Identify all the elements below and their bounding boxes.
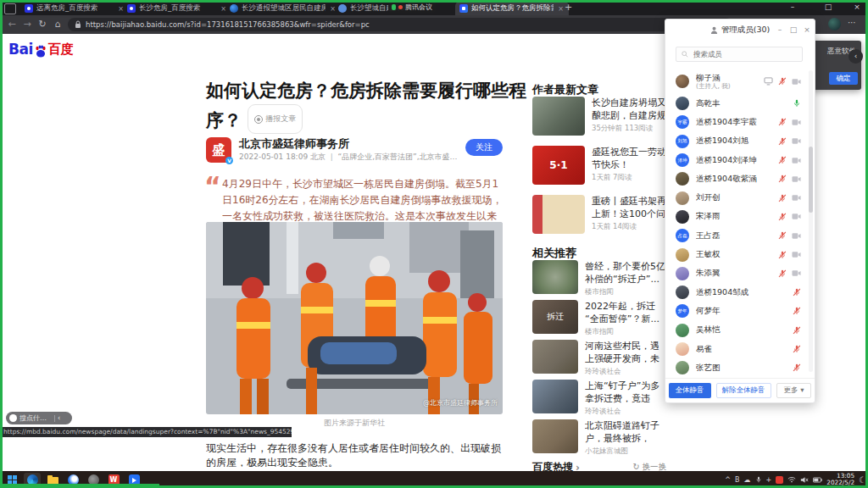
panel-maximize-icon[interactable]: □: [787, 19, 799, 40]
latest-article-item[interactable]: 长沙自建房坍塌又酿悲剧，自建房规范...35分钟前 113阅读: [532, 97, 666, 136]
member-row[interactable]: 道桥1904邹成: [665, 283, 808, 302]
tray-mic-icon[interactable]: [755, 475, 762, 484]
mic-muted-icon[interactable]: [778, 231, 787, 240]
taskbar-wps-button[interactable]: W: [105, 473, 122, 486]
sidebar-collapse-button[interactable]: ‹: [849, 49, 863, 64]
member-row[interactable]: 占磊 王占磊: [665, 226, 808, 245]
related-item[interactable]: 北京阻碍道路钉子户，最终被拆，网...小花妹富城图: [532, 419, 666, 457]
address-bar[interactable]: https://baijiahao.baidu.com/s?id=1731618…: [68, 18, 732, 31]
member-row[interactable]: 张艺图: [665, 358, 808, 377]
unmute-all-button[interactable]: 解除全体静音: [716, 383, 771, 398]
taskbar-clock[interactable]: 13:05 2022/5/2: [826, 473, 854, 486]
camera-off-icon[interactable]: [792, 232, 801, 240]
camera-off-icon[interactable]: [792, 78, 801, 86]
taskbar-meeting-button[interactable]: [125, 473, 142, 486]
camera-off-icon[interactable]: [792, 269, 801, 277]
member-row[interactable]: 柳子涵 (主持人, 我): [665, 69, 808, 94]
mic-muted-icon[interactable]: [778, 77, 787, 86]
related-item[interactable]: 河南这些村民，遇上强硬开发商，未取...玲玲谈社会: [532, 340, 666, 377]
panel-minimize-icon[interactable]: –: [774, 19, 786, 40]
new-tab-button[interactable]: +: [565, 2, 572, 13]
member-search-input[interactable]: [692, 49, 788, 59]
related-item[interactable]: 上海“钉子户”为多拿拆迁费，竟违规...玲玲谈社会: [532, 380, 666, 417]
taskbar-explorer-button[interactable]: [44, 473, 61, 486]
camera-off-icon[interactable]: [792, 251, 801, 258]
author-logo[interactable]: 盛 V: [206, 137, 231, 163]
back-icon[interactable]: ←: [5, 19, 19, 30]
related-item[interactable]: 曾经，那个要价5亿补偿的“拆迁户”...楼市指闻: [532, 260, 666, 297]
mic-muted-icon[interactable]: [778, 175, 787, 183]
wps-tray-icon[interactable]: [776, 476, 783, 484]
related-item[interactable]: 拆迁 2022年起，拆迁“全面暂停”？新...楼市指闻: [532, 300, 666, 337]
tray-b-icon[interactable]: B: [735, 476, 740, 484]
wifi-icon[interactable]: [787, 476, 796, 483]
mic-muted-icon[interactable]: [793, 345, 801, 353]
member-row[interactable]: 宇霰 道桥1904李宇霰: [665, 113, 808, 131]
confirm-button[interactable]: 确定: [829, 72, 858, 85]
panel-scrollbar[interactable]: [809, 70, 813, 372]
float-search-pill[interactable]: 搜点什么... ‹: [6, 412, 72, 424]
mic-muted-icon[interactable]: [778, 156, 787, 164]
tray-chevron-icon[interactable]: ^: [725, 476, 731, 484]
member-row[interactable]: 高乾丰: [665, 94, 808, 113]
latest-article-item[interactable]: 重磅丨盛廷书架再上新！这100个问题...1天前 14阅读: [532, 195, 666, 234]
window-close-button[interactable]: ×: [846, 0, 868, 14]
browser-menu-icon[interactable]: ⋯: [848, 18, 856, 27]
member-row[interactable]: 吴林恺: [665, 321, 808, 340]
mic-muted-icon[interactable]: [793, 307, 801, 315]
panel-scrollbar-thumb[interactable]: [809, 147, 813, 213]
member-row[interactable]: 刘开创: [665, 188, 808, 207]
author-name[interactable]: 北京市盛廷律师事务所: [239, 136, 349, 152]
panel-close-icon[interactable]: ×: [801, 19, 813, 40]
move-icon[interactable]: +: [766, 476, 772, 484]
more-button[interactable]: 更多 ▾: [776, 383, 812, 398]
mic-muted-icon[interactable]: [778, 269, 787, 278]
member-row[interactable]: 王敏权: [665, 245, 808, 263]
battery-icon[interactable]: [813, 477, 822, 483]
window-restore-button[interactable]: □: [817, 0, 839, 14]
follow-button[interactable]: 关注: [465, 139, 503, 156]
window-minimize-button[interactable]: –: [782, 0, 804, 14]
tab-5-active[interactable]: 如何认定危房？危房拆除需要履行... ×: [455, 2, 569, 15]
member-row[interactable]: 刘旭 道桥1904刘旭: [665, 132, 808, 151]
mic-on-icon[interactable]: [793, 99, 801, 108]
taskbar-edge-button[interactable]: [24, 473, 41, 486]
member-row[interactable]: 朱添翼: [665, 264, 808, 283]
mute-all-button[interactable]: 全体静音: [669, 383, 711, 398]
mic-muted-icon[interactable]: [793, 288, 801, 297]
camera-off-icon[interactable]: [792, 175, 801, 183]
tab-close-icon[interactable]: ×: [557, 5, 565, 13]
forward-icon[interactable]: →: [20, 19, 34, 30]
focus-assist-icon[interactable]: ☾: [859, 475, 866, 485]
mic-muted-icon[interactable]: [778, 213, 787, 221]
mic-muted-icon[interactable]: [793, 363, 801, 372]
tab-list-icon[interactable]: [4, 3, 16, 14]
mic-muted-icon[interactable]: [778, 194, 787, 202]
profile-avatar[interactable]: [828, 18, 841, 30]
member-row[interactable]: 易雀: [665, 340, 808, 358]
mic-muted-icon[interactable]: [778, 251, 787, 259]
home-icon[interactable]: ⌂: [51, 19, 64, 30]
collapse-icon[interactable]: ‹: [58, 414, 60, 422]
member-row[interactable]: 梦年 何梦年: [665, 302, 808, 320]
tab-3[interactable]: 长沙通报望城区居民自建房倒塌... ×: [225, 2, 341, 15]
mic-muted-icon[interactable]: [793, 326, 801, 335]
speaker-muted-icon[interactable]: [800, 476, 809, 484]
tab-2[interactable]: 长沙危房_百度搜索 ×: [123, 2, 231, 15]
start-button[interactable]: [3, 473, 20, 486]
camera-off-icon[interactable]: [792, 137, 801, 145]
camera-off-icon[interactable]: [792, 157, 801, 164]
latest-article-item[interactable]: 5·1 盛廷祝您五一劳动节快乐！1天前 7阅读: [532, 146, 666, 185]
taskbar-browser2-button[interactable]: [64, 473, 81, 486]
screen-share-icon[interactable]: [764, 77, 773, 86]
taskbar-app-button[interactable]: [85, 473, 102, 486]
cloud-icon[interactable]: ☁: [744, 476, 751, 484]
camera-off-icon[interactable]: [792, 213, 801, 220]
mic-muted-icon[interactable]: [778, 118, 787, 126]
member-search-box[interactable]: [676, 47, 803, 62]
mic-muted-icon[interactable]: [778, 137, 787, 146]
member-row[interactable]: 道桥1904敬紫涵: [665, 169, 808, 188]
tab-1[interactable]: 远离危房_百度搜索 ×: [20, 2, 129, 15]
refresh-icon[interactable]: ↻: [36, 19, 49, 30]
camera-off-icon[interactable]: [792, 119, 801, 126]
